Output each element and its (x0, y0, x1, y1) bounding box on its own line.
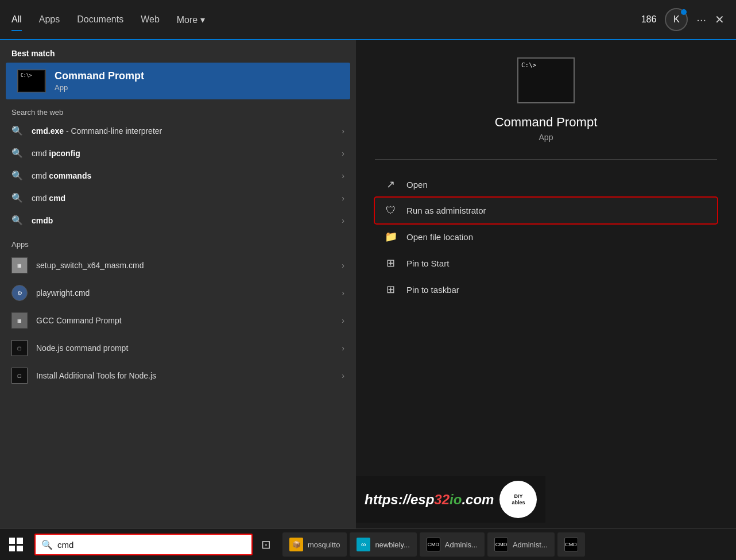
action-pin-start[interactable]: ⊞ Pin to Start (375, 250, 717, 276)
app-result-gcc[interactable]: ▦ GCC Command Prompt › (0, 307, 356, 334)
watermark-com: .com (462, 492, 494, 507)
search-icon-5: 🔍 (11, 215, 23, 226)
taskbar-search-text: cmd (57, 540, 73, 550)
tab-web[interactable]: Web (141, 11, 160, 28)
taskbar-search-box[interactable]: 🔍 cmd (34, 534, 253, 555)
tab-more[interactable]: More ▾ (177, 11, 205, 28)
watermark-url: https://esp32io.com (365, 492, 494, 508)
win-icon-br (17, 546, 23, 552)
web-result-cmdexe[interactable]: 🔍 cmd.exe - Command-line interpreter › (0, 119, 356, 142)
action-open[interactable]: ↗ Open (375, 171, 717, 198)
nav-right: 186 K ··· ✕ (641, 8, 725, 31)
watermark-32: 32 (434, 492, 450, 507)
app-result-install-tools[interactable]: ▢ Install Additional Tools for Node.js › (0, 362, 356, 389)
left-panel: Best match Command Prompt App Search the… (0, 40, 356, 528)
chevron-right-setup: › (342, 261, 344, 270)
adminis1-label: Adminis... (445, 540, 478, 549)
taskbar-item-newbiely[interactable]: ∞ newbiely... (350, 532, 416, 557)
chevron-right-3: › (342, 171, 344, 180)
chevron-right-nodejs: › (342, 343, 344, 353)
tab-all[interactable]: All (11, 11, 22, 28)
win-icon-tl (9, 538, 16, 544)
watermark-https: https:// (365, 492, 410, 507)
app-result-setup[interactable]: ▦ setup_switch_x64_masm.cmd › (0, 252, 356, 279)
web-result-cmdipconfig[interactable]: 🔍 cmd ipconfig › (0, 142, 356, 164)
mosquitto-label: mosquitto (308, 540, 340, 549)
web-result-cmdcommands[interactable]: 🔍 cmd commands › (0, 164, 356, 187)
windows-icon (9, 538, 23, 551)
app-icon-playwright: ⚙ (11, 285, 28, 301)
search-icon-3: 🔍 (11, 170, 23, 181)
action-pin-taskbar[interactable]: ⊞ Pin to taskbar (375, 276, 717, 303)
web-result-cmdb[interactable]: 🔍 cmdb › (0, 209, 356, 231)
watermark-io: io (450, 492, 462, 507)
chevron-right-4: › (342, 194, 344, 203)
cmd-icon (17, 69, 46, 92)
chevron-right-gcc: › (342, 316, 344, 325)
taskbar-items: 📦 mosquitto ∞ newbiely... CMD Adminis...… (282, 532, 585, 557)
folder-icon: 📁 (384, 230, 398, 243)
cmd-icon-inner (19, 71, 44, 91)
tab-apps[interactable]: Apps (39, 11, 60, 28)
virtual-desktop-button[interactable]: ⊡ (261, 538, 271, 551)
app-result-text-setup: setup_switch_x64_masm.cmd (36, 261, 342, 270)
app-result-nodejs[interactable]: ▢ Node.js command prompt › (0, 334, 356, 362)
chevron-right-playwright: › (342, 288, 344, 298)
pin-taskbar-icon: ⊞ (384, 283, 398, 296)
best-match-subtitle: App (55, 83, 68, 92)
app-icon-nodejs: ▢ (11, 340, 28, 356)
web-result-cmdcmd[interactable]: 🔍 cmd cmd › (0, 187, 356, 209)
watermark-logo: DIY ables (499, 481, 537, 518)
taskbar-item-extra[interactable]: CMD (557, 532, 585, 557)
action-open-label: Open (406, 180, 428, 190)
watermark: https://esp32io.com DIY ables (356, 476, 545, 523)
app-icon-tools: ▢ (11, 368, 28, 384)
action-admin-label: Run as administrator (406, 206, 486, 215)
watermark-logo-ables: ables (512, 500, 525, 506)
app-result-text-tools: Install Additional Tools for Node.js (36, 371, 342, 380)
taskbar-item-mosquitto[interactable]: 📦 mosquitto (282, 532, 347, 557)
app-result-playwright[interactable]: ⚙ playwright.cmd › (0, 279, 356, 307)
chevron-right-5: › (342, 216, 344, 225)
best-match-text: Command Prompt App (55, 70, 144, 92)
apps-label: Apps (0, 231, 356, 252)
best-match-title: Command Prompt (55, 70, 144, 82)
taskbar-item-adminis1[interactable]: CMD Adminis... (420, 532, 485, 557)
shield-icon: 🛡 (384, 204, 398, 217)
user-avatar[interactable]: K (665, 8, 688, 31)
best-match-item[interactable]: Command Prompt App (6, 63, 350, 99)
chevron-right-2: › (342, 149, 344, 158)
adminis1-icon: CMD (427, 538, 440, 551)
web-result-text-2: cmd ipconfig (32, 149, 342, 158)
newbiely-icon: ∞ (357, 538, 370, 551)
action-run-as-admin[interactable]: 🛡 Run as administrator (375, 198, 717, 223)
action-pintaskbar-label: Pin to taskbar (406, 285, 459, 295)
win-icon-tr (17, 538, 23, 544)
newbiely-label: newbiely... (375, 540, 409, 549)
action-pinstart-label: Pin to Start (406, 258, 449, 268)
app-preview-title: Command Prompt (495, 115, 598, 130)
start-button[interactable] (0, 529, 32, 561)
nav-tabs: All Apps Documents Web More ▾ (11, 11, 641, 28)
app-icon-gcc: ▦ (11, 312, 28, 329)
chevron-right-tools: › (342, 371, 344, 380)
close-button[interactable]: ✕ (715, 13, 725, 26)
nav-bar: All Apps Documents Web More ▾ 186 K ··· … (0, 0, 736, 40)
app-result-text-gcc: GCC Command Prompt (36, 316, 342, 325)
taskbar: 🔍 cmd ⊡ 📦 mosquitto ∞ newbiely... CMD Ad… (0, 528, 736, 560)
web-result-text-1: cmd.exe - Command-line interpreter (32, 126, 342, 136)
watermark-esp: esp (410, 492, 434, 507)
watermark-logo-diy: DIY (514, 493, 522, 500)
mosquitto-icon: 📦 (289, 538, 303, 551)
pin-start-icon: ⊞ (384, 257, 398, 269)
chevron-right-1: › (342, 126, 344, 136)
divider (375, 159, 717, 160)
tab-documents[interactable]: Documents (77, 11, 123, 28)
search-icon-1: 🔍 (11, 125, 23, 136)
action-open-file-location[interactable]: 📁 Open file location (375, 223, 717, 250)
search-icon-4: 🔍 (11, 192, 23, 203)
search-web-label: Search the web (0, 99, 356, 119)
win-icon-bl (9, 546, 16, 552)
taskbar-item-adminis2[interactable]: CMD Administ... (487, 532, 555, 557)
more-options-button[interactable]: ··· (696, 13, 706, 26)
